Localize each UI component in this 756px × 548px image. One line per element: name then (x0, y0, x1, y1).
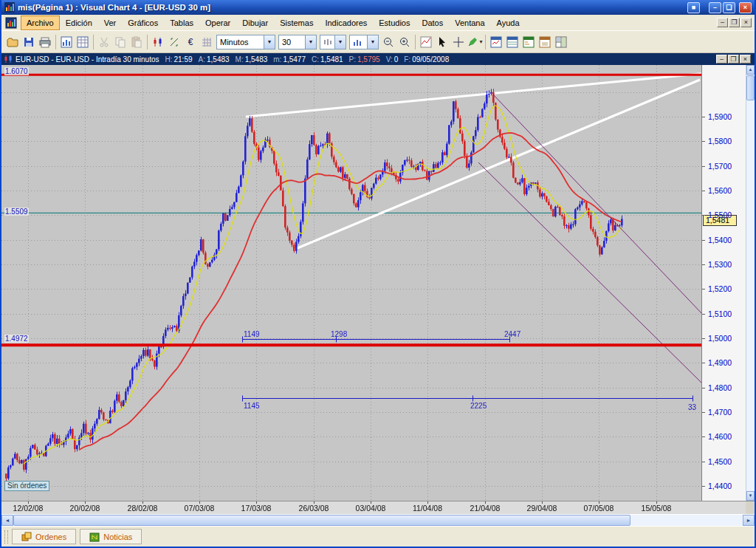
menu-item-ventana[interactable]: Ventana (449, 16, 490, 30)
cursor-arrow-icon[interactable] (434, 34, 450, 50)
menu-item-dibujar[interactable]: Dibujar (236, 16, 274, 30)
chart-header-field: A:1,5483 (199, 55, 230, 64)
print-button[interactable] (37, 34, 53, 50)
vertical-scroll-thumb[interactable] (746, 75, 755, 100)
tab-ordenes[interactable]: Ordenes (12, 529, 76, 544)
scale-button[interactable] (166, 34, 182, 50)
scroll-up-arrow[interactable]: ▲ (746, 65, 755, 75)
toolbar: € Minutos ▼ 30 ▼ ▼ ▼ ▾ (1, 31, 755, 53)
vertical-scrollbar[interactable]: ▲ ▼ (746, 65, 755, 501)
date-tick-label: 21/04/08 (464, 504, 506, 513)
menu-item-sistemas[interactable]: Sistemas (274, 16, 319, 30)
price-tick-label: 1,5500 (708, 210, 732, 219)
date-axis[interactable]: 12/02/0820/02/0828/02/0807/03/0817/03/08… (1, 501, 746, 514)
date-tick-label: 28/02/08 (122, 504, 163, 513)
price-tick-label: 1,4400 (708, 482, 732, 490)
price-chart-canvas[interactable] (1, 65, 701, 501)
compression-combo[interactable]: ▼ (349, 35, 379, 49)
horizontal-scrollbar[interactable]: ◄ ► (1, 514, 755, 526)
indicator-button[interactable] (418, 34, 434, 50)
window-title: mis(Página 1) : Visual Chart 4 - [EUR-US… (18, 3, 687, 12)
period-combo-value: Minutos (220, 38, 249, 47)
price-tick-label: 1,4900 (708, 358, 732, 367)
menu-item-archivo[interactable]: Archivo (21, 16, 60, 30)
close-button[interactable]: × (739, 2, 752, 13)
menu-item-operar[interactable]: Operar (199, 16, 236, 30)
price-tick-label: 1,5600 (708, 186, 732, 195)
crosshair-button[interactable] (450, 34, 467, 50)
zoom-out-button[interactable] (380, 34, 396, 50)
vertical-scroll-track[interactable] (746, 100, 755, 491)
window-chart-button[interactable] (488, 34, 504, 50)
chart-minimize-button[interactable]: – (716, 55, 727, 64)
tab-noticias[interactable]: Noticias (80, 529, 142, 544)
scroll-left-arrow[interactable]: ◄ (1, 515, 13, 526)
chevron-down-icon: ▼ (367, 35, 378, 49)
menu-item-indicadores[interactable]: Indicadores (319, 16, 373, 30)
date-tick-label: 29/04/08 (521, 504, 563, 513)
date-tick-label: 15/05/08 (636, 504, 677, 513)
window-table-button[interactable] (504, 34, 520, 50)
horizontal-scroll-thumb[interactable] (13, 515, 630, 526)
titlebar-extra-button[interactable]: ■ (687, 2, 700, 13)
chart-header-field: F:09/05/2008 (404, 55, 449, 64)
menu-item-datos[interactable]: Datos (416, 16, 449, 30)
chevron-down-icon: ▼ (334, 35, 346, 49)
date-tick-label: 12/02/08 (7, 504, 49, 513)
chart-plot[interactable]: Sin órdenes 1.60701.55091.49721149129824… (1, 65, 701, 501)
chart-header-field: C:1,5481 (312, 55, 343, 64)
chart-header-field: V:0 (386, 55, 399, 64)
chart-restore-button[interactable]: ❐ (728, 55, 739, 64)
chevron-down-icon: ▾ (479, 38, 482, 45)
copy-button[interactable] (112, 34, 128, 50)
minimize-button[interactable]: – (709, 2, 721, 13)
chart-close-button[interactable]: × (740, 55, 751, 64)
toolbar-separator (415, 35, 416, 49)
menu-item-edicion[interactable]: Edición (60, 16, 98, 30)
menu-item-ver[interactable]: Ver (98, 16, 123, 30)
chevron-down-icon: ▼ (305, 35, 316, 49)
chart-header-field: H:21:59 (165, 55, 193, 64)
chart-style-combo[interactable]: ▼ (320, 35, 346, 49)
menu-item-ayuda[interactable]: Ayuda (491, 16, 526, 30)
restore-button[interactable]: ❏ (723, 2, 735, 13)
tab-noticias-label: Noticias (103, 532, 132, 541)
price-axis[interactable]: 1,5481 1,59001,58001,57001,56001,55001,5… (701, 65, 746, 501)
save-desktop-button[interactable] (537, 34, 553, 50)
news-icon (89, 532, 100, 542)
menu-item-graficos[interactable]: Gráficos (122, 16, 164, 30)
date-tick-label: 07/05/08 (578, 504, 619, 513)
price-tick-label: 1,4800 (708, 383, 732, 392)
chart-body: Sin órdenes 1.60701.55091.49721149129824… (1, 65, 755, 501)
menu-item-estudios[interactable]: Estudios (373, 16, 416, 30)
new-chart-button[interactable] (58, 34, 75, 50)
open-folder-button[interactable] (4, 34, 21, 50)
date-tick-label: 03/04/08 (350, 504, 391, 513)
price-tick-label: 1,4700 (708, 408, 732, 417)
period-combo[interactable]: Minutos ▼ (216, 35, 275, 49)
layout-button[interactable] (553, 34, 569, 50)
price-tick-label: 1,5700 (708, 162, 732, 171)
grid-toggle-button[interactable] (199, 34, 215, 50)
mdi-close-button[interactable]: × (740, 18, 752, 27)
window-quotes-button[interactable] (520, 34, 537, 50)
cut-button[interactable] (96, 34, 112, 50)
scroll-right-arrow[interactable]: ► (743, 515, 755, 526)
interval-combo-value: 30 (282, 38, 291, 47)
menu-item-tablas[interactable]: Tablas (164, 16, 199, 30)
scroll-down-arrow[interactable]: ▼ (746, 491, 755, 501)
new-table-button[interactable] (75, 34, 91, 50)
mdi-minimize-button[interactable]: – (717, 18, 728, 27)
save-button[interactable] (21, 34, 37, 50)
horizontal-scroll-track[interactable] (630, 515, 743, 526)
paste-button[interactable] (128, 34, 145, 50)
price-tick-label: 1,5100 (708, 309, 732, 318)
chart-header-bar: EUR-USD - EUR-USD - Intradía 30 minutos … (1, 53, 755, 65)
draw-pen-button[interactable]: ▾ (467, 34, 483, 50)
interval-combo[interactable]: 30 ▼ (278, 35, 317, 49)
currency-icon[interactable]: € (182, 34, 199, 50)
zoom-in-button[interactable] (396, 34, 413, 50)
toolbar-grip[interactable] (4, 530, 8, 544)
candlestick-type-button[interactable] (150, 34, 166, 50)
mdi-restore-button[interactable]: ❐ (729, 18, 740, 27)
